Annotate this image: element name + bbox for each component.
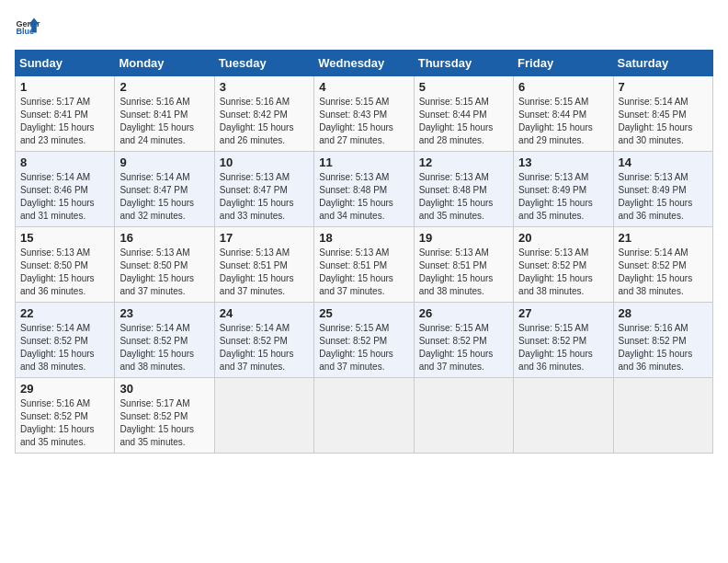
calendar-cell: 26Sunrise: 5:15 AM Sunset: 8:52 PM Dayli…: [414, 303, 513, 378]
calendar-cell: 12Sunrise: 5:13 AM Sunset: 8:48 PM Dayli…: [414, 152, 513, 227]
day-number: 4: [319, 80, 408, 94]
day-info: Sunrise: 5:16 AM Sunset: 8:41 PM Dayligh…: [119, 96, 209, 147]
day-info: Sunrise: 5:13 AM Sunset: 8:51 PM Dayligh…: [319, 247, 408, 298]
day-number: 23: [119, 306, 209, 320]
day-info: Sunrise: 5:13 AM Sunset: 8:47 PM Dayligh…: [220, 171, 309, 223]
calendar-cell: 14Sunrise: 5:13 AM Sunset: 8:49 PM Dayli…: [613, 152, 712, 227]
calendar-week-1: 8Sunrise: 5:14 AM Sunset: 8:46 PM Daylig…: [16, 152, 713, 227]
header-cell-monday: Monday: [115, 51, 214, 76]
day-number: 5: [419, 80, 508, 94]
calendar-week-0: 1Sunrise: 5:17 AM Sunset: 8:41 PM Daylig…: [16, 76, 713, 152]
day-number: 28: [619, 306, 708, 320]
day-number: 30: [119, 382, 209, 396]
day-number: 12: [419, 155, 508, 169]
calendar-cell: 20Sunrise: 5:13 AM Sunset: 8:52 PM Dayli…: [514, 227, 613, 303]
calendar-table: SundayMondayTuesdayWednesdayThursdayFrid…: [15, 50, 713, 454]
calendar-cell: 19Sunrise: 5:13 AM Sunset: 8:51 PM Dayli…: [414, 227, 513, 303]
calendar-cell: 29Sunrise: 5:16 AM Sunset: 8:52 PM Dayli…: [16, 378, 115, 454]
day-number: 9: [119, 155, 209, 169]
day-number: 1: [20, 80, 109, 94]
header-cell-friday: Friday: [514, 51, 613, 76]
day-info: Sunrise: 5:16 AM Sunset: 8:52 PM Dayligh…: [619, 322, 708, 373]
day-number: 18: [319, 231, 408, 245]
day-info: Sunrise: 5:14 AM Sunset: 8:52 PM Dayligh…: [619, 247, 708, 298]
calendar-cell: [214, 378, 313, 454]
logo: General Blue: [15, 15, 40, 40]
calendar-cell: [314, 378, 414, 454]
day-info: Sunrise: 5:13 AM Sunset: 8:50 PM Dayligh…: [20, 247, 109, 298]
day-number: 26: [419, 306, 508, 320]
day-number: 17: [220, 231, 309, 245]
calendar-cell: 3Sunrise: 5:16 AM Sunset: 8:42 PM Daylig…: [214, 76, 313, 152]
day-number: 2: [119, 80, 209, 94]
day-number: 27: [518, 306, 608, 320]
calendar-cell: [514, 378, 613, 454]
calendar-cell: 6Sunrise: 5:15 AM Sunset: 8:44 PM Daylig…: [514, 76, 613, 152]
day-number: 14: [619, 155, 708, 169]
calendar-cell: 27Sunrise: 5:15 AM Sunset: 8:52 PM Dayli…: [514, 303, 613, 378]
day-info: Sunrise: 5:13 AM Sunset: 8:48 PM Dayligh…: [419, 171, 508, 223]
calendar-week-3: 22Sunrise: 5:14 AM Sunset: 8:52 PM Dayli…: [16, 303, 713, 378]
calendar-cell: 25Sunrise: 5:15 AM Sunset: 8:52 PM Dayli…: [314, 303, 414, 378]
day-number: 8: [20, 155, 109, 169]
day-info: Sunrise: 5:13 AM Sunset: 8:51 PM Dayligh…: [220, 247, 309, 298]
day-number: 10: [220, 155, 309, 169]
header: General Blue: [15, 15, 713, 40]
day-info: Sunrise: 5:14 AM Sunset: 8:45 PM Dayligh…: [619, 96, 708, 147]
calendar-cell: 4Sunrise: 5:15 AM Sunset: 8:43 PM Daylig…: [314, 76, 414, 152]
calendar-cell: 2Sunrise: 5:16 AM Sunset: 8:41 PM Daylig…: [115, 76, 214, 152]
day-info: Sunrise: 5:15 AM Sunset: 8:52 PM Dayligh…: [419, 322, 508, 373]
day-info: Sunrise: 5:15 AM Sunset: 8:44 PM Dayligh…: [518, 96, 608, 147]
day-number: 11: [319, 155, 408, 169]
calendar-cell: 18Sunrise: 5:13 AM Sunset: 8:51 PM Dayli…: [314, 227, 414, 303]
day-number: 19: [419, 231, 508, 245]
day-info: Sunrise: 5:13 AM Sunset: 8:51 PM Dayligh…: [419, 247, 508, 298]
calendar-cell: [613, 378, 712, 454]
day-info: Sunrise: 5:14 AM Sunset: 8:46 PM Dayligh…: [20, 171, 109, 223]
day-info: Sunrise: 5:17 AM Sunset: 8:52 PM Dayligh…: [119, 397, 209, 449]
calendar-cell: 21Sunrise: 5:14 AM Sunset: 8:52 PM Dayli…: [613, 227, 712, 303]
day-number: 3: [220, 80, 309, 94]
header-cell-wednesday: Wednesday: [314, 51, 414, 76]
day-number: 25: [319, 306, 408, 320]
day-number: 15: [20, 231, 109, 245]
header-cell-sunday: Sunday: [16, 51, 115, 76]
day-info: Sunrise: 5:16 AM Sunset: 8:42 PM Dayligh…: [220, 96, 309, 147]
header-cell-saturday: Saturday: [613, 51, 712, 76]
header-cell-thursday: Thursday: [414, 51, 513, 76]
svg-text:Blue: Blue: [16, 27, 34, 36]
header-cell-tuesday: Tuesday: [214, 51, 313, 76]
calendar-cell: 7Sunrise: 5:14 AM Sunset: 8:45 PM Daylig…: [613, 76, 712, 152]
day-info: Sunrise: 5:15 AM Sunset: 8:44 PM Dayligh…: [419, 96, 508, 147]
day-info: Sunrise: 5:14 AM Sunset: 8:52 PM Dayligh…: [20, 322, 109, 373]
day-number: 20: [518, 231, 608, 245]
calendar-cell: 22Sunrise: 5:14 AM Sunset: 8:52 PM Dayli…: [16, 303, 115, 378]
day-info: Sunrise: 5:15 AM Sunset: 8:52 PM Dayligh…: [518, 322, 608, 373]
calendar-cell: 23Sunrise: 5:14 AM Sunset: 8:52 PM Dayli…: [115, 303, 214, 378]
day-number: 24: [220, 306, 309, 320]
day-number: 6: [518, 80, 608, 94]
calendar-cell: [414, 378, 513, 454]
calendar-cell: 24Sunrise: 5:14 AM Sunset: 8:52 PM Dayli…: [214, 303, 313, 378]
day-info: Sunrise: 5:13 AM Sunset: 8:48 PM Dayligh…: [319, 171, 408, 223]
calendar-cell: 30Sunrise: 5:17 AM Sunset: 8:52 PM Dayli…: [115, 378, 214, 454]
calendar-cell: 1Sunrise: 5:17 AM Sunset: 8:41 PM Daylig…: [16, 76, 115, 152]
day-info: Sunrise: 5:13 AM Sunset: 8:49 PM Dayligh…: [518, 171, 608, 223]
day-info: Sunrise: 5:16 AM Sunset: 8:52 PM Dayligh…: [20, 397, 109, 449]
day-info: Sunrise: 5:15 AM Sunset: 8:43 PM Dayligh…: [319, 96, 408, 147]
day-number: 29: [20, 382, 109, 396]
header-row: SundayMondayTuesdayWednesdayThursdayFrid…: [16, 51, 713, 76]
calendar-cell: 15Sunrise: 5:13 AM Sunset: 8:50 PM Dayli…: [16, 227, 115, 303]
day-number: 16: [119, 231, 209, 245]
calendar-cell: 8Sunrise: 5:14 AM Sunset: 8:46 PM Daylig…: [16, 152, 115, 227]
day-info: Sunrise: 5:13 AM Sunset: 8:52 PM Dayligh…: [518, 247, 608, 298]
day-number: 21: [619, 231, 708, 245]
day-info: Sunrise: 5:14 AM Sunset: 8:52 PM Dayligh…: [220, 322, 309, 373]
day-info: Sunrise: 5:13 AM Sunset: 8:49 PM Dayligh…: [619, 171, 708, 223]
day-info: Sunrise: 5:14 AM Sunset: 8:47 PM Dayligh…: [119, 171, 209, 223]
calendar-cell: 5Sunrise: 5:15 AM Sunset: 8:44 PM Daylig…: [414, 76, 513, 152]
day-info: Sunrise: 5:17 AM Sunset: 8:41 PM Dayligh…: [20, 96, 109, 147]
day-info: Sunrise: 5:15 AM Sunset: 8:52 PM Dayligh…: [319, 322, 408, 373]
day-info: Sunrise: 5:13 AM Sunset: 8:50 PM Dayligh…: [119, 247, 209, 298]
day-info: Sunrise: 5:14 AM Sunset: 8:52 PM Dayligh…: [119, 322, 209, 373]
